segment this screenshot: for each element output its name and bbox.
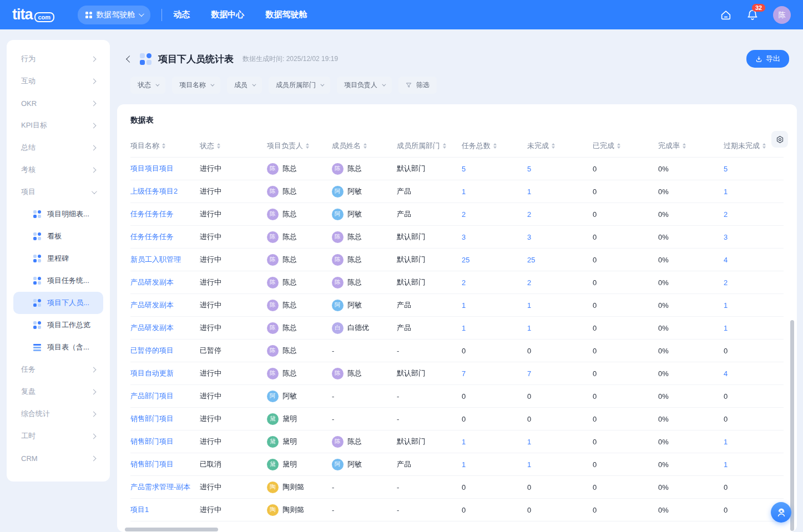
sort-icon[interactable] xyxy=(443,143,446,149)
customer-support-button[interactable] xyxy=(771,502,791,523)
metric-value[interactable]: 1 xyxy=(724,438,784,446)
metric-value[interactable]: 4 xyxy=(724,256,784,264)
column-header-未完成[interactable]: 未完成 xyxy=(527,141,593,151)
sidebar-item-项目明细表...[interactable]: 项目明细表... xyxy=(13,203,103,225)
sidebar-group-总结[interactable]: 总结 xyxy=(13,136,103,159)
metric-value[interactable]: 1 xyxy=(724,324,784,332)
data-cockpit-dropdown[interactable]: 数据驾驶舱 xyxy=(78,6,150,24)
sidebar-group-CRM[interactable]: CRM xyxy=(13,447,103,469)
metric-value[interactable]: 2 xyxy=(527,210,593,219)
sort-icon[interactable] xyxy=(617,143,620,149)
column-header-成员姓名[interactable]: 成员姓名 xyxy=(332,141,397,151)
project-name-link[interactable]: 产品研发副本 xyxy=(130,300,200,311)
metric-value[interactable]: 3 xyxy=(462,233,527,241)
metric-value[interactable]: 1 xyxy=(462,438,527,446)
sidebar-group-project[interactable]: 项目 xyxy=(13,181,103,203)
sort-icon[interactable] xyxy=(683,143,686,149)
metric-value[interactable]: 1 xyxy=(527,324,593,332)
column-header-项目负责人[interactable]: 项目负责人 xyxy=(267,141,332,151)
column-settings-button[interactable] xyxy=(771,131,788,148)
metric-value[interactable]: 25 xyxy=(462,256,527,264)
metric-value[interactable]: 1 xyxy=(462,460,527,469)
metric-value[interactable]: 7 xyxy=(527,369,593,378)
filter-项目负责人[interactable]: 项目负责人 xyxy=(337,77,392,94)
metric-value[interactable]: 1 xyxy=(527,438,593,446)
metric-value[interactable]: 1 xyxy=(462,188,527,196)
metric-value[interactable]: 1 xyxy=(462,324,527,332)
project-name-link[interactable]: 销售部门项目 xyxy=(130,436,200,447)
sidebar-item-项目工作总览[interactable]: 项目工作总览 xyxy=(13,314,103,336)
project-name-link[interactable]: 新员工入职管理 xyxy=(130,254,200,265)
filter-项目名称[interactable]: 项目名称 xyxy=(172,77,220,94)
metric-value[interactable]: 5 xyxy=(527,165,593,173)
home-icon[interactable] xyxy=(720,9,732,21)
sidebar-item-里程碑[interactable]: 里程碑 xyxy=(13,247,103,270)
metric-value[interactable]: 2 xyxy=(724,210,784,219)
sort-icon[interactable] xyxy=(762,143,766,149)
metric-value[interactable]: 1 xyxy=(724,301,784,310)
metric-value[interactable]: 3 xyxy=(527,233,593,241)
sidebar-group-复盘[interactable]: 复盘 xyxy=(13,381,103,403)
project-name-link[interactable]: 产品部门项目 xyxy=(130,391,200,402)
column-header-状态[interactable]: 状态 xyxy=(200,141,267,151)
sort-icon[interactable] xyxy=(217,143,220,149)
project-name-link[interactable]: 任务任务任务 xyxy=(130,231,200,242)
export-button[interactable]: 导出 xyxy=(746,50,789,68)
column-header-已完成[interactable]: 已完成 xyxy=(593,141,658,151)
metric-value[interactable]: 3 xyxy=(724,233,784,241)
nav-menu-item-2[interactable]: 数据驾驶舱 xyxy=(265,9,307,20)
sidebar-item-项目下人员...[interactable]: 项目下人员... xyxy=(13,292,103,314)
sidebar-group-KPI目标[interactable]: KPI目标 xyxy=(13,114,103,136)
metric-value[interactable]: 1 xyxy=(724,188,784,196)
sidebar-group-任务[interactable]: 任务 xyxy=(13,358,103,381)
project-name-link[interactable]: 已暂停的项目 xyxy=(130,345,200,356)
metric-value[interactable]: 2 xyxy=(724,278,784,287)
sort-icon[interactable] xyxy=(552,143,555,149)
metric-value[interactable]: 1 xyxy=(527,301,593,310)
sort-icon[interactable] xyxy=(162,143,165,149)
vertical-scrollbar[interactable] xyxy=(790,320,794,531)
column-header-项目名称[interactable]: 项目名称 xyxy=(130,141,200,151)
project-name-link[interactable]: 项目1 xyxy=(130,504,200,515)
metric-value[interactable]: 7 xyxy=(462,369,527,378)
filter-状态[interactable]: 状态 xyxy=(130,77,165,94)
sidebar-item-看板[interactable]: 看板 xyxy=(13,225,103,247)
metric-value[interactable]: 2 xyxy=(462,210,527,219)
project-name-link[interactable]: 项目自动更新 xyxy=(130,368,200,379)
sidebar-group-综合统计[interactable]: 综合统计 xyxy=(13,403,103,425)
back-button[interactable] xyxy=(125,54,134,64)
project-name-link[interactable]: 上级任务项目2 xyxy=(130,186,200,197)
metric-value[interactable]: 5 xyxy=(724,165,784,173)
tita-logo[interactable]: tita com xyxy=(12,6,54,23)
metric-value[interactable]: 2 xyxy=(462,278,527,287)
sidebar-group-互动[interactable]: 互动 xyxy=(13,70,103,92)
horizontal-scrollbar[interactable] xyxy=(125,528,218,531)
metric-value[interactable]: 1 xyxy=(724,460,784,469)
project-name-link[interactable]: 产品研发副本 xyxy=(130,322,200,333)
sort-icon[interactable] xyxy=(363,143,367,149)
nav-menu-item-0[interactable]: 动态 xyxy=(173,9,190,20)
sidebar-group-OKR[interactable]: OKR xyxy=(13,92,103,114)
sidebar-item-项目表（含...[interactable]: 项目表（含... xyxy=(13,336,103,358)
metric-value[interactable]: 5 xyxy=(462,165,527,173)
metric-value[interactable]: 1 xyxy=(527,188,593,196)
metric-value[interactable]: 1 xyxy=(527,460,593,469)
project-name-link[interactable]: 销售部门项目 xyxy=(130,413,200,424)
metric-value[interactable]: 4 xyxy=(724,369,784,378)
user-avatar[interactable]: 陈 xyxy=(773,6,791,24)
metric-value[interactable]: 2 xyxy=(527,278,593,287)
sort-icon[interactable] xyxy=(493,143,497,149)
filter-成员[interactable]: 成员 xyxy=(227,77,262,94)
nav-menu-item-1[interactable]: 数据中心 xyxy=(211,9,244,20)
sidebar-item-项目任务统...[interactable]: 项目任务统... xyxy=(13,270,103,292)
project-name-link[interactable]: 产品研发副本 xyxy=(130,277,200,288)
metric-value[interactable]: 1 xyxy=(462,301,527,310)
sidebar-group-工时[interactable]: 工时 xyxy=(13,425,103,447)
notifications-bell-icon[interactable]: 32 xyxy=(746,9,759,21)
project-name-link[interactable]: 产品需求管理-副本 xyxy=(130,482,200,493)
sidebar-group-考核[interactable]: 考核 xyxy=(13,159,103,181)
filter-advanced-button[interactable]: 筛选 xyxy=(398,77,437,94)
sort-icon[interactable] xyxy=(306,143,309,149)
metric-value[interactable]: 25 xyxy=(527,256,593,264)
column-header-完成率[interactable]: 完成率 xyxy=(658,141,724,151)
